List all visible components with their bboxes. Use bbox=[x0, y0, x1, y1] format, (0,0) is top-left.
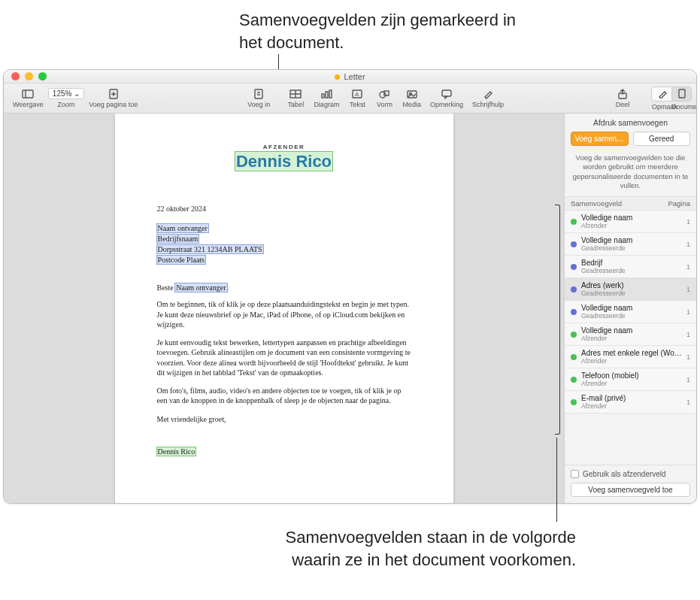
merge-field-row[interactable]: Telefoon (mobiel)Afzender1 bbox=[565, 368, 696, 391]
document-tab[interactable] bbox=[671, 87, 691, 101]
maximize-window-button[interactable] bbox=[38, 72, 47, 80]
svg-rect-5 bbox=[255, 89, 262, 98]
merge-field-street[interactable]: Dorpsstraat 321 1234AB PLAATS bbox=[157, 245, 263, 253]
insert-icon bbox=[253, 89, 265, 99]
recipient-dot-icon bbox=[571, 309, 577, 315]
merge-field-row[interactable]: Adres (werk)Geadresseerde1 bbox=[565, 278, 696, 301]
merge-field-row[interactable]: Volledige naamAfzender1 bbox=[565, 323, 696, 346]
greeting-prefix: Beste bbox=[157, 283, 176, 292]
merge-field-role: Afzender bbox=[581, 402, 682, 410]
zoom-value[interactable]: 125% ⌄ bbox=[48, 88, 84, 99]
merge-field-page: 1 bbox=[686, 308, 690, 316]
merge-field-role: Geadresseerde bbox=[581, 267, 682, 274]
merge-field-postcode[interactable]: Postcode Plaats bbox=[157, 256, 206, 264]
media-label: Media bbox=[402, 101, 421, 108]
merge-field-role: Geadresseerde bbox=[581, 244, 682, 252]
add-page-icon bbox=[108, 89, 120, 99]
merge-field-page: 1 bbox=[686, 331, 690, 338]
zoom-label: Zoom bbox=[58, 101, 75, 108]
shape-icon bbox=[378, 89, 390, 99]
zoom-control[interactable]: 125% ⌄ Zoom bbox=[48, 88, 84, 108]
shape-button[interactable]: Vorm bbox=[371, 87, 398, 109]
chart-label: Diagram bbox=[314, 101, 339, 108]
media-icon bbox=[406, 89, 418, 99]
merge-field-role: Afzender bbox=[581, 380, 682, 387]
comment-button[interactable]: Opmerking bbox=[426, 87, 468, 109]
inspector-tabs: Opmaak Document bbox=[651, 86, 692, 111]
share-button[interactable]: Deel bbox=[609, 87, 636, 109]
share-label: Deel bbox=[616, 101, 630, 108]
sender-dot-icon bbox=[571, 399, 577, 405]
merge-field-row[interactable]: Volledige naamAfzender1 bbox=[565, 211, 696, 233]
merge-field-name: Adres (werk) bbox=[581, 281, 682, 289]
merge-field-row[interactable]: E-mail (privé)Afzender1 bbox=[565, 391, 696, 414]
writing-tools-icon bbox=[482, 89, 494, 99]
svg-rect-12 bbox=[326, 92, 328, 98]
merge-field-sender-name[interactable]: Dennis Rico bbox=[235, 152, 332, 171]
view-button[interactable]: Weergave bbox=[8, 87, 48, 109]
merge-field-row[interactable]: BedrijfGeadresseerde1 bbox=[565, 256, 696, 278]
merge-field-name: Volledige naam bbox=[581, 214, 682, 222]
merge-field-page: 1 bbox=[686, 398, 690, 406]
svg-rect-0 bbox=[23, 90, 33, 98]
svg-point-16 bbox=[380, 92, 386, 98]
insert-label: Voeg in bbox=[247, 101, 270, 108]
svg-rect-13 bbox=[329, 90, 332, 98]
body-paragraph-1[interactable]: Om te beginnen, tik of klik je op deze p… bbox=[157, 299, 411, 330]
merge-field-recipient-name[interactable]: Naam ontvanger bbox=[157, 224, 208, 232]
table-label: Tabel bbox=[288, 101, 305, 108]
merge-field-row[interactable]: Adres met enkele regel (Woning)Afzender1 bbox=[565, 346, 696, 368]
checkbox-icon bbox=[571, 470, 579, 478]
merge-field-page: 1 bbox=[686, 263, 690, 271]
document-date[interactable]: 22 oktober 2024 bbox=[157, 205, 411, 213]
sender-dot-icon bbox=[571, 219, 577, 225]
merge-field-greeting-name[interactable]: Naam ontvanger bbox=[175, 283, 226, 292]
greeting-line[interactable]: Beste Naam ontvanger, bbox=[157, 283, 411, 292]
insert-button[interactable]: Voeg in bbox=[243, 87, 274, 109]
merge-field-list[interactable]: Volledige naamAfzender1Volledige naamGea… bbox=[565, 211, 696, 465]
writing-tools-label: Schrijfhulp bbox=[472, 101, 504, 108]
text-icon: A bbox=[351, 89, 363, 99]
body-paragraph-2[interactable]: Je kunt eenvoudig tekst bewerken, letter… bbox=[157, 338, 411, 378]
add-merge-field-button[interactable]: Voeg samenvoegveld toe bbox=[571, 483, 690, 497]
media-button[interactable]: Media bbox=[398, 87, 426, 109]
col-page-header: Pagina bbox=[668, 199, 690, 208]
merge-field-row[interactable]: Volledige naamGeadresseerde1 bbox=[565, 233, 696, 256]
signoff[interactable]: Met vriendelijke groet, bbox=[157, 415, 411, 423]
format-icon bbox=[657, 89, 667, 98]
recipient-dot-icon bbox=[571, 241, 577, 247]
callout-bracket bbox=[555, 205, 560, 435]
chart-button[interactable]: Diagram bbox=[309, 87, 344, 109]
merge-field-name: Telefoon (mobiel) bbox=[581, 371, 682, 380]
toolbar: Weergave 125% ⌄ Zoom Voeg pagina toe Voe… bbox=[4, 83, 696, 114]
merge-field-row[interactable]: Volledige naamGeadresseerde1 bbox=[565, 301, 696, 323]
add-page-label: Voeg pagina toe bbox=[89, 101, 138, 108]
body-paragraph-3[interactable]: Om foto's, films, audio, video's en ande… bbox=[157, 386, 411, 406]
document-canvas[interactable]: AFZENDER Dennis Rico 22 oktober 2024 Naa… bbox=[4, 114, 564, 503]
table-icon bbox=[289, 89, 302, 99]
comment-icon bbox=[441, 89, 453, 99]
merge-field-company[interactable]: Bedrijfsnaam bbox=[157, 235, 199, 243]
merge-field-role: Geadresseerde bbox=[581, 312, 682, 320]
merge-field-page: 1 bbox=[686, 241, 690, 248]
minimize-window-button[interactable] bbox=[25, 72, 33, 80]
greeting-suffix: , bbox=[227, 283, 229, 292]
writing-tools-button[interactable]: Schrijfhulp bbox=[468, 87, 508, 109]
window-title: Letter bbox=[335, 72, 365, 81]
done-button[interactable]: Gereed bbox=[633, 132, 691, 146]
merge-field-page: 1 bbox=[686, 286, 690, 293]
content-area: AFZENDER Dennis Rico 22 oktober 2024 Naa… bbox=[4, 114, 696, 503]
use-as-sender-checkbox[interactable]: Gebruik als afzenderveld bbox=[571, 470, 690, 478]
merge-button[interactable]: Voeg samen… bbox=[571, 132, 629, 146]
chart-icon bbox=[320, 89, 332, 99]
close-window-button[interactable] bbox=[11, 72, 20, 80]
table-button[interactable]: Tabel bbox=[282, 87, 309, 109]
add-page-button[interactable]: Voeg pagina toe bbox=[84, 87, 142, 109]
share-icon bbox=[617, 89, 629, 99]
callout-top: Samenvoegvelden zijn gemarkeerd in het d… bbox=[239, 9, 540, 53]
sidebar-list-header: Samenvoegveld Pagina bbox=[565, 196, 696, 211]
merge-field-signature[interactable]: Dennis Rico bbox=[157, 447, 196, 456]
document-page[interactable]: AFZENDER Dennis Rico 22 oktober 2024 Naa… bbox=[115, 114, 453, 503]
text-button[interactable]: A Tekst bbox=[344, 87, 371, 109]
format-tab[interactable] bbox=[652, 87, 671, 101]
